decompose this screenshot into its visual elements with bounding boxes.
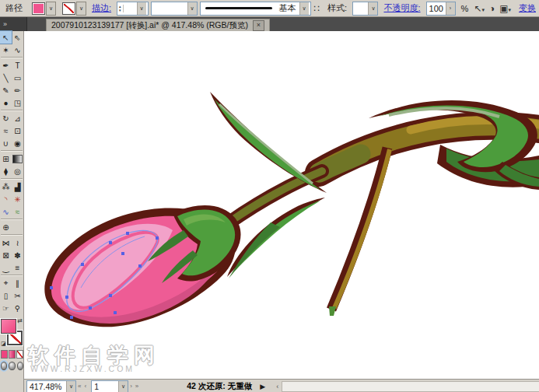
fullscreen-with-menu-mode-button[interactable] [9,362,15,370]
proportion-icon[interactable]: ∷ [313,3,320,14]
opacity-link[interactable]: 不透明度: [383,2,420,14]
selection-tool[interactable]: ↖ [0,31,12,44]
warp-tool[interactable]: ≈ [0,124,12,137]
anchor-point[interactable] [126,232,129,235]
free-transform-tool[interactable]: ⊡ [12,124,23,137]
rotate-tool[interactable]: ↻ [0,112,12,124]
stroke-link[interactable]: 描边: [92,2,111,14]
scribble-tool[interactable]: ‿ [0,261,12,274]
brush-definition-combo[interactable]: 基本 ∨ [200,2,312,16]
smooth-tool[interactable]: ≈ [12,205,23,218]
scale-tool[interactable]: ⊿ [12,112,23,124]
style-combo[interactable]: ∨ [352,2,379,16]
anchor-point[interactable] [109,294,112,297]
none-button[interactable] [16,350,23,359]
gradient-tool[interactable] [12,152,23,165]
spiral-tool[interactable]: ✳ [12,193,23,205]
blend-tool[interactable]: ◎ [12,165,23,177]
fill-swatch-icon[interactable] [32,2,45,15]
stroke-weight-spinner[interactable]: ▴▾ [117,5,124,12]
curvature-tool[interactable]: ∿ [0,205,12,218]
fill-color-control[interactable]: ∨ [32,2,56,16]
blob-brush-tool[interactable]: ● [0,96,12,109]
fill-chevron-icon[interactable]: ∨ [46,2,56,16]
stroke-weight-combo[interactable]: ▴▾ ∨ [117,2,149,16]
tab-close-icon[interactable]: × [253,20,264,31]
panel-collapse-icon[interactable]: » [3,20,7,28]
line-segment-tool[interactable]: ╲ [0,72,12,84]
flag-warp-tool[interactable]: ≀ [12,236,23,249]
anchor-point[interactable] [121,252,124,255]
fullscreen-mode-button[interactable] [17,362,23,370]
brush-chevron-icon[interactable]: ∨ [299,2,309,15]
transform-link[interactable]: 变换 [519,2,536,14]
swap-fill-stroke-icon[interactable]: ⇄ [17,317,23,324]
document-tab[interactable]: 2007910123139177 [转换].ai* @ 417.48% (RGB… [46,19,270,32]
scroll-left-icon[interactable]: ‹ [276,383,278,390]
stroke-color-control[interactable]: ∨ [62,2,86,16]
mesh-warp-tool[interactable]: ⊠ [0,249,12,261]
type-tool[interactable]: T [12,59,23,72]
zoom-level-combo[interactable]: 417.48% ∨ [26,380,76,392]
style-chevron-icon[interactable]: ∨ [368,2,377,15]
status-menu-arrow-icon[interactable]: ▶ [260,383,265,390]
pucker-tool[interactable]: ✽ [12,249,23,261]
eraser-tool[interactable]: ◳ [12,96,23,109]
anchor-point[interactable] [50,286,53,289]
stroke-none-swatch-icon[interactable] [62,2,75,15]
pencil-tool[interactable]: ✏ [12,84,23,96]
arc-tool[interactable]: ◝ [0,193,12,205]
document-canvas[interactable]: 软件自学网 WWW.RJZXW.COM [23,31,539,379]
artboard-tool[interactable]: ▯ [0,289,12,302]
page-combo[interactable]: 1 ∨ [91,380,128,392]
next-page-button[interactable]: › [130,383,132,390]
anchor-point[interactable] [70,316,73,319]
opacity-stepper-icon[interactable]: › [446,2,455,15]
column-graph-tool[interactable]: ▟ [12,180,23,193]
live-paint-bucket-tool[interactable]: ◉ [12,137,23,149]
default-fill-stroke-icon[interactable]: ◪ [1,341,6,347]
hand-tool[interactable]: ☞ [0,302,12,314]
flatten-tool[interactable]: ≡ [12,261,23,274]
direct-selection-tool[interactable]: ⇖ [12,31,23,44]
anchor-point[interactable] [65,296,68,299]
width-profile-chevron-icon[interactable]: ∨ [187,2,197,15]
magic-wand-tool[interactable]: ✶ [0,44,12,56]
zoom-chevron-icon[interactable]: ∨ [66,381,75,392]
shape-builder-tool[interactable]: ∪ [0,137,12,149]
anchor-point[interactable] [81,263,84,266]
ruler-tool[interactable]: ∥ [12,277,23,289]
thin-stem-tip[interactable] [329,306,336,316]
align-options-icon[interactable]: ▣▾ [499,3,511,14]
eyedropper-tool[interactable]: ⧫ [0,165,12,177]
width-tool[interactable]: ⊕ [0,221,12,233]
opacity-combo[interactable]: 100 › [426,2,456,16]
stroke-weight-chevron-icon[interactable]: ∨ [137,2,146,15]
first-page-button[interactable]: « [78,383,81,390]
envelope-tool[interactable]: ⋈ [0,236,12,249]
anchor-point[interactable] [114,311,117,314]
color-button[interactable] [1,350,8,359]
anchor-point[interactable] [138,264,142,268]
zoom-tool[interactable]: ⚲ [12,302,23,314]
stroke-chevron-icon[interactable]: ∨ [76,2,86,16]
rectangle-tool[interactable]: ▭ [12,72,23,84]
paintbrush-tool[interactable]: ✎ [0,84,12,96]
pen-tool[interactable]: ✒ [0,59,12,72]
recolor-artwork-icon[interactable]: ◑ [489,3,495,14]
knife-tool[interactable]: ✂ [12,289,23,302]
measure-tool[interactable]: ⌖ [0,277,12,289]
horizontal-scrollbar-track[interactable] [282,381,539,392]
fill-indicator-swatch-icon[interactable] [1,319,16,334]
lasso-tool[interactable]: ∿ [12,44,23,56]
select-similar-icon[interactable]: ↖▾ [474,3,485,14]
width-profile-combo[interactable]: ∨ [151,2,197,16]
upper-leaf-highlight[interactable] [219,104,313,184]
previous-page-button[interactable]: ‹ [84,383,86,390]
symbol-sprayer-tool[interactable]: ⁂ [0,180,12,193]
toolbar-panel-header[interactable]: » [0,17,27,31]
last-page-button[interactable]: » [135,383,138,390]
normal-screen-mode-button[interactable] [1,362,7,370]
anchor-point[interactable] [156,236,159,240]
gradient-button[interactable] [9,350,16,359]
